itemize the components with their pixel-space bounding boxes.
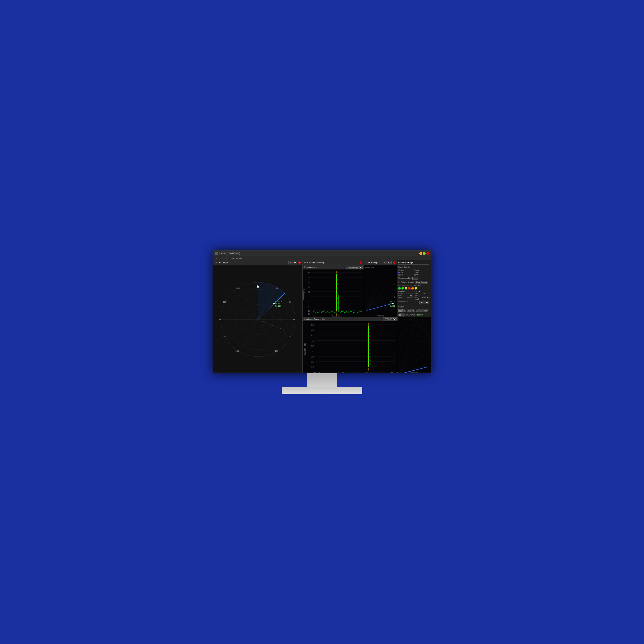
menu-bar: File Utilities Help Demo [213, 256, 431, 260]
ascope-tracking-header: ⚙ A-Scope Tracking × [303, 260, 364, 265]
ascope-primary-panel: ⚙ A-Scope Primary KA + PRIMARY [303, 317, 398, 373]
menu-demo[interactable]: Demo [236, 257, 241, 259]
global-settings-title: Global Settings [398, 262, 429, 265]
menu-help[interactable]: Help [230, 257, 234, 259]
svg-text:49: 49 [311, 329, 314, 331]
rhi-title: RHI-Scope [368, 262, 382, 264]
ascope-primary-mode[interactable]: PRIMARY [383, 317, 397, 320]
window-controls[interactable] [419, 252, 429, 255]
ascope-tracking-mode[interactable]: FULL_RANGE [346, 266, 363, 269]
radio-lr[interactable]: LR [414, 272, 429, 273]
playback-section: PLAYBACK Running ⏸ ⏹ Replay in Progress … [398, 313, 429, 317]
ppi-close-button[interactable]: × [298, 261, 301, 264]
cursor-azim-row: Azim: 101.71 ° [415, 293, 429, 295]
main-content: ⚙ PPI-Scope KA × [213, 260, 431, 373]
scope-btn-atrk[interactable]: ATrk [407, 309, 412, 312]
svg-text:15: 15 [308, 310, 310, 312]
svg-text:15.02: 15.02 [391, 372, 398, 373]
monitor-screen: SASP - [UNKNOWN] File Utilities Help Dem… [213, 250, 431, 373]
svg-text:Rg 15.3: Rg 15.3 [275, 305, 281, 307]
menu-utilities[interactable]: Utilities [221, 257, 227, 259]
scope-btn-ppi[interactable]: PPI [398, 309, 403, 312]
svg-text:210: 210 [235, 350, 239, 352]
rhi-settings-icon[interactable]: ⚙ [366, 262, 367, 264]
svg-text:Range (Km): Range (Km) [332, 315, 342, 317]
svg-text:15: 15 [311, 366, 314, 368]
close-button[interactable] [426, 252, 429, 255]
scope-btn-c[interactable]: C [419, 309, 422, 312]
ascope-primary-graph: 54 49 44 40 35 30 25 20 15 10 [303, 321, 398, 373]
scope-btn-g[interactable]: G [416, 309, 419, 312]
radio-er[interactable]: ER [398, 274, 414, 276]
scope-btn-rhi[interactable]: RHI [423, 309, 428, 312]
radio-er-label: ER [400, 274, 403, 276]
running-label: Running [416, 314, 423, 316]
svg-rect-104 [398, 317, 431, 373]
rhi-close-button[interactable]: × [393, 261, 395, 264]
trg-label: TRG [413, 285, 417, 286]
scopes-section-label: Scopes [398, 306, 429, 308]
radio-oth[interactable]: OTH [414, 274, 429, 276]
svg-text:49: 49 [308, 276, 310, 279]
ppi-display: 0 30 60 90 120 150 180 210 240 270 300 3… [213, 265, 302, 373]
radio-lr-circle[interactable] [414, 272, 416, 273]
radio-lr-label: LR [416, 272, 419, 273]
scope-btn-b[interactable]: B [412, 309, 415, 312]
antenna-elev-row: Elev: 2.38 ° [398, 295, 413, 296]
svg-text:Az: 45.0: Az: 45.0 [275, 301, 282, 302]
app-icon [215, 252, 218, 255]
ascope-primary-settings-icon[interactable]: ⚙ [304, 318, 306, 320]
antenna-section: Antenna Azim: 45.00 ° Elev: 2.38 ° [398, 291, 413, 300]
threshold-input[interactable] [412, 277, 418, 280]
svg-text:40: 40 [311, 340, 314, 342]
svg-text:180: 180 [256, 355, 259, 357]
antenna-head-value: 45.00 ° [408, 296, 413, 298]
ppi-header: ⚙ PPI-Scope KA × [213, 260, 302, 265]
svg-line-29 [258, 319, 285, 330]
threshold-row: Threshold (dBi): [398, 277, 429, 280]
radio-cr[interactable]: CR [414, 269, 429, 271]
ppi-settings-icon[interactable]: ⚙ [215, 261, 217, 264]
rel-az-checkbox[interactable] [398, 281, 400, 283]
radio-er-circle[interactable] [398, 274, 400, 276]
radio-sr-circle[interactable] [398, 272, 400, 273]
rhi-band-selector[interactable]: KA [383, 261, 392, 264]
svg-text:Range (Km): Range (Km) [411, 371, 418, 373]
svg-text:25: 25 [311, 355, 314, 358]
radio-cr-circle[interactable] [414, 269, 416, 271]
ascope-tracking-settings-icon[interactable]: ⚙ [304, 262, 306, 264]
radio-auto-label: Auto [400, 269, 404, 271]
radio-auto-circle[interactable] [398, 269, 400, 271]
antenna-elev-value: 2.38 ° [409, 295, 413, 296]
svg-rect-74 [303, 321, 398, 373]
ascope-sub-settings-icon[interactable]: ⚙ [304, 266, 306, 268]
svg-text:El: 2.4: El: 2.4 [275, 303, 280, 305]
antenna-head-row: Head: 45.00 ° [398, 296, 413, 298]
svg-text:Rg 15.3: Rg 15.3 [390, 305, 395, 307]
cursor-elev-value: — [428, 295, 429, 296]
default-band-label: Default Band [398, 301, 408, 304]
ppi-band-selector[interactable]: KA [288, 261, 297, 264]
ant-dot [398, 287, 401, 290]
rhi-bottom-display: Range (Km) [398, 317, 431, 373]
svg-text:35: 35 [311, 345, 314, 347]
menu-file[interactable]: File [215, 257, 218, 259]
ascope-tracking-display: 54 49 44 40 35 30 25 20 15 10 [303, 269, 364, 317]
radio-sr-label: SR [400, 272, 403, 273]
default-band-selector[interactable]: KA [419, 301, 429, 304]
maximize-button[interactable] [423, 252, 426, 255]
svg-text:330: 330 [236, 287, 240, 289]
radio-sr[interactable]: SR [398, 272, 414, 273]
ascope-tracking-panel: ⚙ A-Scope Tracking × ⚙ A-Scope KA + FULL… [303, 260, 364, 317]
radio-oth-circle[interactable] [414, 274, 416, 276]
sts-label: STS [406, 285, 409, 286]
ascope-tracking-close[interactable]: × [360, 261, 362, 264]
cmd-label: CMD [402, 285, 406, 286]
scope-btn-a[interactable]: A [403, 309, 406, 312]
cursor-elev-label: Elev: [415, 295, 419, 296]
clear-scopes-button[interactable]: Clear Scopes [415, 281, 428, 284]
rhi-display: 15 — Az: 45.0 El [364, 265, 397, 317]
playback-toggle[interactable] [398, 313, 405, 316]
minimize-button[interactable] [419, 252, 422, 255]
radio-auto[interactable]: Auto [398, 269, 414, 271]
